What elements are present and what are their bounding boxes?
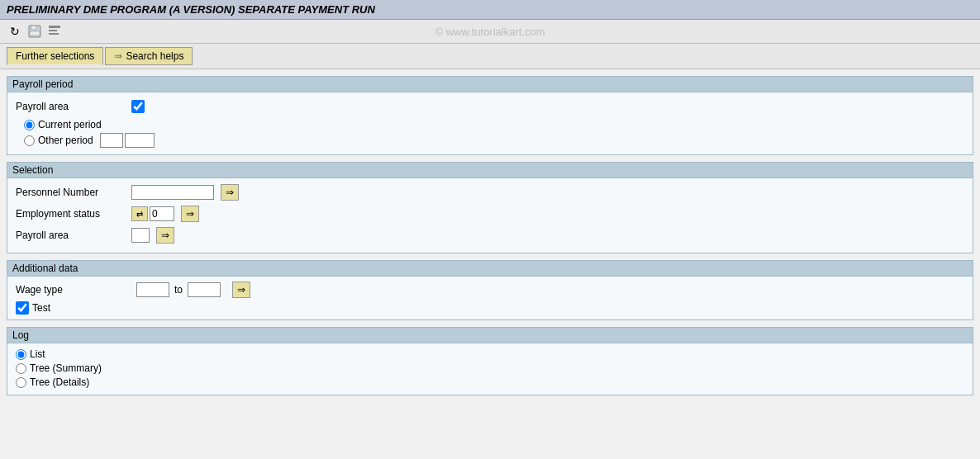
- wage-type-nav[interactable]: ⇒: [232, 282, 250, 298]
- log-tree-summary-row: Tree (Summary): [16, 362, 964, 374]
- employment-status-row: Employment status ⇄ ⇒: [16, 205, 964, 223]
- selection-payroll-area-input[interactable]: [131, 228, 150, 243]
- toolbar: ↻ © www.tutorialkart.com: [0, 20, 980, 44]
- other-period-radio[interactable]: [24, 135, 35, 146]
- svg-rect-2: [30, 31, 40, 35]
- test-row: Test: [16, 301, 964, 315]
- wage-type-to-input[interactable]: [188, 282, 221, 297]
- employment-status-icon[interactable]: ⇄: [131, 206, 148, 221]
- svg-rect-5: [49, 33, 59, 35]
- personnel-number-label: Personnel Number: [16, 187, 131, 198]
- payroll-area-checkbox[interactable]: [131, 100, 145, 113]
- wage-type-label: Wage type: [16, 284, 131, 296]
- back-icon[interactable]: ↻: [7, 23, 23, 40]
- payroll-period-header: Payroll period: [7, 77, 973, 92]
- search-helps-tab[interactable]: ⇒ Search helps: [105, 47, 193, 65]
- tab-arrow-icon: ⇒: [114, 50, 122, 62]
- wage-to-label: to: [174, 284, 183, 296]
- personnel-number-nav[interactable]: ⇒: [221, 184, 239, 201]
- svg-rect-1: [31, 26, 36, 30]
- selection-payroll-area-label: Payroll area: [16, 230, 131, 241]
- further-selections-tab[interactable]: Further selections: [7, 47, 103, 65]
- save-icon[interactable]: [26, 23, 43, 40]
- search-helps-label: Search helps: [126, 50, 183, 62]
- log-tree-details-label: Tree (Details): [30, 376, 89, 388]
- log-tree-details-row: Tree (Details): [16, 376, 964, 388]
- additional-data-body: Wage type to ⇒ Test: [7, 277, 973, 319]
- other-period-row: Other period: [24, 133, 964, 148]
- personnel-number-row: Personnel Number ⇒: [16, 183, 964, 201]
- title-bar: PRELIMINARY DME PROGRAM (A VERSION) SEPA…: [0, 0, 980, 20]
- period-input-1[interactable]: [100, 133, 123, 148]
- employment-status-input[interactable]: [150, 206, 174, 221]
- selection-body: Personnel Number ⇒ Employment status ⇄ ⇒…: [7, 178, 973, 253]
- log-header: Log: [7, 328, 973, 343]
- log-tree-details-radio[interactable]: [16, 377, 26, 388]
- svg-rect-3: [49, 26, 60, 28]
- period-input-2[interactable]: [125, 133, 155, 148]
- employment-status-input-group: ⇄: [131, 206, 174, 221]
- test-label: Test: [32, 302, 50, 314]
- selection-payroll-area-row: Payroll area ⇒: [16, 226, 964, 244]
- selection-section: Selection Personnel Number ⇒ Employment …: [7, 162, 973, 253]
- selection-header: Selection: [7, 163, 973, 178]
- page-title: PRELIMINARY DME PROGRAM (A VERSION) SEPA…: [7, 3, 375, 16]
- wage-type-row: Wage type to ⇒: [16, 282, 964, 298]
- current-period-row: Current period: [24, 119, 964, 130]
- log-section: Log List Tree (Summary) Tree (Details): [7, 327, 973, 395]
- test-checkbox[interactable]: [16, 301, 29, 315]
- payroll-area-row: Payroll area: [16, 97, 964, 116]
- log-tree-summary-radio[interactable]: [16, 363, 26, 374]
- employment-status-nav[interactable]: ⇒: [181, 206, 199, 222]
- watermark: © www.tutorialkart.com: [435, 26, 545, 38]
- payroll-period-section: Payroll period Payroll area Current peri…: [7, 76, 973, 155]
- log-list-label: List: [30, 348, 45, 360]
- log-tree-summary-label: Tree (Summary): [30, 362, 102, 374]
- further-selections-label: Further selections: [16, 50, 94, 62]
- additional-data-section: Additional data Wage type to ⇒ Test: [7, 260, 973, 320]
- log-list-row: List: [16, 348, 964, 360]
- additional-data-header: Additional data: [7, 261, 973, 277]
- personnel-number-input[interactable]: [131, 185, 214, 200]
- wage-type-from-input[interactable]: [136, 282, 169, 297]
- tab-bar: Further selections ⇒ Search helps: [0, 44, 980, 69]
- current-period-radio[interactable]: [24, 120, 35, 130]
- other-period-label: Other period: [38, 135, 93, 146]
- payroll-area-label: Payroll area: [16, 101, 131, 112]
- payroll-period-body: Payroll area Current period Other period: [7, 92, 973, 154]
- employment-status-label: Employment status: [16, 208, 131, 220]
- find-icon[interactable]: [46, 23, 63, 40]
- selection-payroll-area-nav[interactable]: ⇒: [156, 227, 174, 244]
- current-period-label: Current period: [38, 119, 102, 130]
- log-body: List Tree (Summary) Tree (Details): [7, 343, 973, 395]
- content-area: Payroll period Payroll area Current peri…: [0, 69, 980, 409]
- log-list-radio[interactable]: [16, 349, 26, 360]
- svg-rect-4: [49, 30, 57, 31]
